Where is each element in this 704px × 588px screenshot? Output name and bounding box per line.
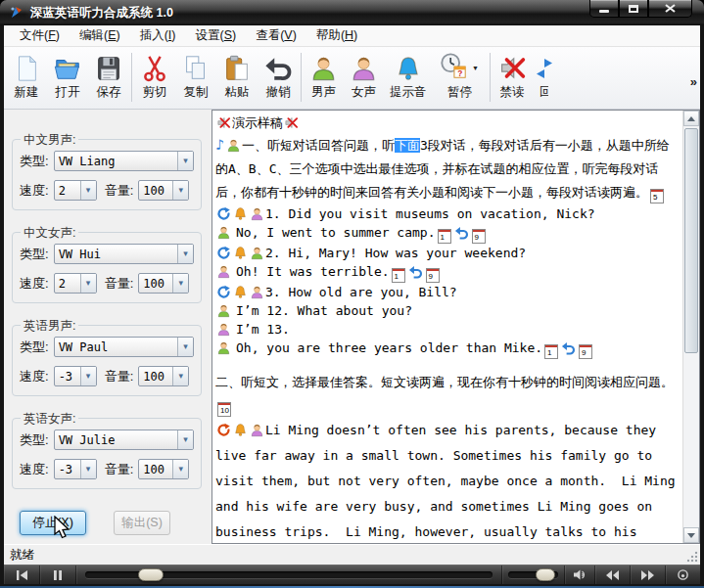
scroll-up-arrow-icon[interactable] (683, 111, 699, 126)
fast-forward-button[interactable] (631, 565, 666, 584)
toolbar-separator (301, 53, 302, 102)
chevron-down-icon[interactable] (80, 460, 96, 478)
chevron-down-icon[interactable] (177, 338, 193, 356)
chevron-down-icon[interactable] (80, 274, 96, 293)
menu-file[interactable]: 文件(F) (10, 25, 70, 46)
cn-female-type-combo[interactable]: VW Hui (54, 244, 194, 264)
menu-edit[interactable]: 编辑(E) (70, 25, 130, 46)
toolbar-undo[interactable]: 撤销 (258, 51, 299, 101)
svg-text:?: ? (457, 68, 462, 77)
toolbar-overflow-chevron[interactable]: » (690, 74, 697, 89)
minimize-icon (599, 10, 609, 13)
dialog-text: Oh! It was terrible. (236, 264, 390, 279)
en-female-speed-combo[interactable]: -3 (54, 459, 97, 479)
cn-male-speed-combo[interactable]: 2 (54, 180, 97, 201)
chevron-down-icon[interactable] (177, 430, 193, 449)
toolbar-copy[interactable]: 复制 (175, 51, 216, 101)
pause-marker: 1 (544, 344, 558, 359)
dialog-answer-3a: I’m 12. What about you? (215, 301, 681, 320)
rewind-button[interactable] (595, 565, 631, 584)
skip-start-button[interactable] (4, 565, 40, 584)
chevron-down-icon[interactable] (177, 152, 193, 170)
eject-button[interactable] (666, 565, 700, 584)
close-icon (665, 4, 676, 13)
cut-scissors-icon (140, 52, 169, 84)
seek-groove[interactable] (85, 571, 493, 578)
female-voice-icon (216, 322, 231, 337)
en-male-volume-combo[interactable]: 100 (138, 366, 189, 386)
dialog-question-2: 2. Hi, Mary! How was your weekend? (215, 244, 681, 262)
toolbar-paste[interactable]: 粘贴 (216, 51, 258, 101)
chevron-down-icon[interactable] (172, 274, 188, 293)
volume-groove[interactable] (508, 571, 558, 578)
seek-thumb[interactable] (138, 568, 164, 581)
toolbar-cut[interactable]: 剪切 (134, 51, 175, 101)
dialog-answer-3b: I’m 13. (215, 320, 681, 339)
voice-group-en-female: 英语女声: 类型: VW Julie 速度: -3 音量: 100 (12, 418, 202, 489)
maximize-button[interactable] (619, 0, 648, 18)
resize-grip[interactable] (685, 550, 698, 563)
toolbar-female-voice[interactable]: 女声 (344, 51, 384, 101)
repeat-icon (216, 285, 231, 299)
female-voice-icon (216, 264, 231, 279)
pause-dropdown-arrow[interactable] (470, 54, 482, 83)
chevron-down-icon[interactable] (177, 245, 193, 263)
chevron-down-icon[interactable] (172, 460, 188, 478)
en-female-type-combo[interactable]: VW Julie (54, 430, 194, 450)
toolbar-new[interactable]: 新建 (6, 51, 47, 101)
combo-value: 100 (139, 370, 172, 384)
toolbar-no-read[interactable]: 禁读 (493, 51, 533, 101)
pause-button[interactable] (40, 565, 76, 584)
mute-speaker-icon (284, 115, 299, 130)
chevron-down-icon[interactable] (172, 367, 188, 385)
en-female-volume-combo[interactable]: 100 (138, 459, 189, 479)
music-note-icon: ♪ (215, 136, 224, 154)
en-male-speed-combo[interactable]: -3 (54, 366, 97, 386)
dialog-text: 3. How old are you, Bill? (265, 285, 457, 299)
close-button[interactable] (648, 0, 692, 18)
toolbar-open[interactable]: 打开 (47, 51, 88, 101)
menu-view[interactable]: 查看(V) (246, 25, 306, 46)
toolbar-alert-tone[interactable]: 提示音 (384, 51, 433, 101)
pause-marker: 5 (650, 189, 664, 204)
seek-slider[interactable] (76, 565, 502, 584)
vertical-scrollbar[interactable] (682, 111, 699, 543)
combo-value: VW Julie (55, 433, 177, 447)
cn-female-speed-combo[interactable]: 2 (54, 273, 97, 294)
output-button[interactable]: 输出(S) (114, 511, 170, 535)
editor-text[interactable]: 演示样稿 ♪一、听短对话回答问题，听下面3段对话，每段对话后有一小题，从题中所给… (212, 111, 682, 543)
mouse-cursor (51, 516, 72, 541)
scroll-down-arrow-icon[interactable] (683, 527, 699, 543)
toolbar-pause[interactable]: ? 暂停 (433, 51, 488, 101)
cn-male-volume-combo[interactable]: 100 (138, 180, 189, 201)
chevron-down-icon[interactable] (80, 367, 96, 385)
document-editor[interactable]: 演示样稿 ♪一、听短对话回答问题，听下面3段对话，每段对话后有一小题，从题中所给… (211, 110, 700, 544)
toolbar-save[interactable]: 保存 (88, 51, 129, 101)
type-label: 类型: (20, 153, 49, 170)
chevron-down-icon[interactable] (172, 181, 188, 200)
volume-slider[interactable] (502, 565, 565, 584)
app-icon (9, 5, 24, 21)
en-male-type-combo[interactable]: VW Paul (54, 337, 194, 357)
volume-thumb[interactable] (536, 568, 555, 581)
volume-label: 音量: (105, 182, 134, 200)
menu-insert[interactable]: 插入(I) (130, 25, 186, 46)
toolbar-replay-clipped[interactable]: 回 (533, 51, 554, 101)
minimize-button[interactable] (589, 0, 619, 18)
toolbar-male-voice[interactable]: 男声 (304, 51, 344, 101)
combo-value: 100 (139, 277, 172, 291)
replay-arrows-icon (533, 52, 554, 84)
cn-male-type-combo[interactable]: VW Liang (54, 151, 194, 171)
cn-female-volume-combo[interactable]: 100 (138, 273, 189, 294)
group-title: 英语男声: (21, 318, 78, 335)
scrollbar-thumb[interactable] (684, 128, 698, 353)
combo-value: -3 (55, 463, 80, 476)
menu-help[interactable]: 帮助(H) (306, 25, 367, 46)
chevron-down-icon[interactable] (80, 181, 96, 200)
replay-icon (454, 225, 469, 240)
scrollbar-track[interactable] (683, 126, 699, 527)
speaker-button[interactable] (565, 565, 595, 584)
combo-value: VW Liang (55, 155, 177, 168)
menu-settings[interactable]: 设置(S) (186, 25, 247, 46)
pause-seconds: 1 (393, 272, 404, 281)
